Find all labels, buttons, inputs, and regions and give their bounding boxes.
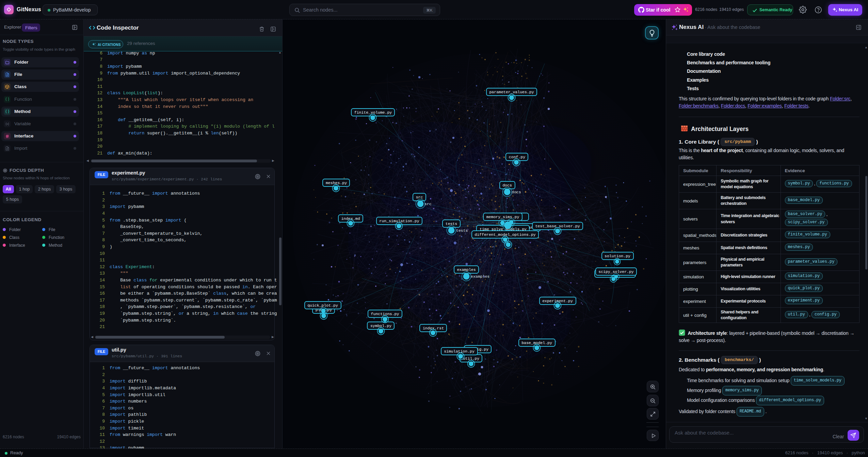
svg-text:index.rst: index.rst — [423, 326, 444, 330]
svg-text:docs: docs — [502, 183, 512, 187]
svg-text:solution.py: solution.py — [605, 254, 630, 258]
svg-text:index.md: index.md — [341, 216, 360, 221]
svg-text:src: src — [424, 202, 432, 206]
svg-text:memory_sims.py: memory_sims.py — [486, 215, 519, 219]
svg-text:examples: examples — [457, 267, 476, 272]
svg-text:quick_plot.py: quick_plot.py — [307, 303, 338, 308]
svg-text:tests: tests — [456, 228, 468, 233]
svg-text:src: src — [416, 195, 423, 199]
svg-text:parameter_values.py: parameter_values.py — [489, 90, 534, 94]
svg-text:docs: docs — [512, 190, 521, 194]
svg-text:experiment.py: experiment.py — [542, 299, 573, 303]
svg-text:examples: examples — [471, 274, 489, 279]
svg-text:tests: tests — [446, 222, 457, 226]
